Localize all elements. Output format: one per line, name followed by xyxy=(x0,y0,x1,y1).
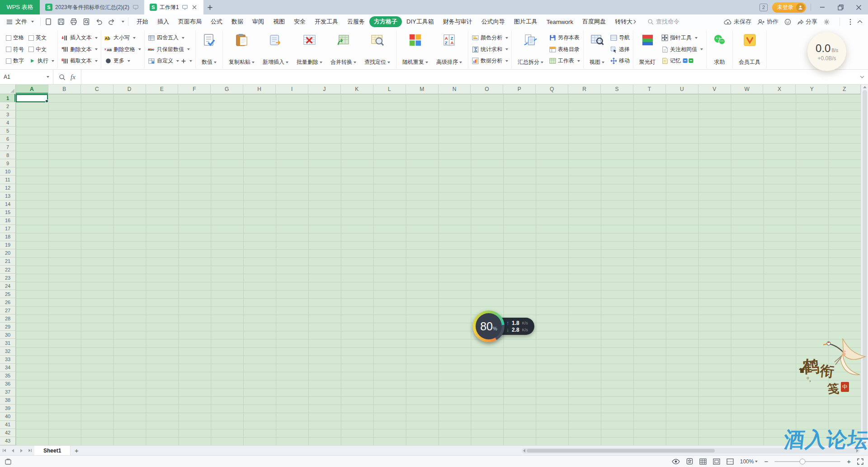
clipboard-tray-icon[interactable] xyxy=(5,458,12,465)
ribbon-button-移动[interactable]: 移动 xyxy=(610,55,630,67)
print-preview-icon[interactable] xyxy=(82,18,90,26)
new-file-icon[interactable] xyxy=(44,18,52,26)
checkbox-icon[interactable] xyxy=(6,47,11,52)
ribbon-button-会员工具[interactable]: 会员工具 xyxy=(736,31,763,67)
checkbox-空格[interactable]: 空格 xyxy=(6,34,24,42)
menu-tab-图片工具[interactable]: 图片工具 xyxy=(509,16,542,27)
page-break-view-icon[interactable] xyxy=(726,458,734,465)
column-header-J[interactable]: J xyxy=(308,85,341,94)
row-header-40[interactable]: 40 xyxy=(0,413,15,421)
checkbox-icon[interactable] xyxy=(6,35,11,41)
zoom-slider[interactable] xyxy=(774,461,840,462)
row-header-12[interactable]: 12 xyxy=(0,184,15,192)
column-header-T[interactable]: T xyxy=(633,85,666,94)
feedback-smiley-icon[interactable] xyxy=(784,19,791,25)
column-header-U[interactable]: U xyxy=(666,85,698,94)
row-header-36[interactable]: 36 xyxy=(0,380,15,388)
menu-tab-数据[interactable]: 数据 xyxy=(227,16,248,27)
column-header-D[interactable]: D xyxy=(113,85,146,94)
menu-tab-审阅[interactable]: 审阅 xyxy=(248,16,269,27)
row-header-34[interactable]: 34 xyxy=(0,364,15,372)
document-tab[interactable]: S工作簿1 xyxy=(144,0,203,14)
menu-tab-DIY工具箱[interactable]: DIY工具箱 xyxy=(402,16,439,27)
ribbon-button-新增插入[interactable]: 新增插入 xyxy=(260,31,291,67)
column-header-C[interactable]: C xyxy=(81,85,113,94)
language-mode-icon[interactable] xyxy=(686,458,693,465)
share-button[interactable]: 分享 xyxy=(797,18,817,26)
select-all-corner[interactable] xyxy=(0,85,16,94)
window-count-badge[interactable]: 2 xyxy=(760,4,768,11)
checkbox-icon[interactable] xyxy=(28,47,34,52)
column-header-K[interactable]: K xyxy=(341,85,373,94)
row-header-23[interactable]: 23 xyxy=(0,274,15,282)
toolbar-more-icon[interactable] xyxy=(122,21,124,23)
menu-tab-开发工具[interactable]: 开发工具 xyxy=(310,16,343,27)
column-header-P[interactable]: P xyxy=(503,85,536,94)
row-header-33[interactable]: 33 xyxy=(0,356,15,364)
menu-tab-转转大[interactable]: 转转大 xyxy=(610,16,641,27)
column-header-G[interactable]: G xyxy=(211,85,243,94)
row-header-31[interactable]: 31 xyxy=(0,339,15,347)
row-header-1[interactable]: 1 xyxy=(0,94,15,102)
new-tab-button[interactable] xyxy=(203,0,217,14)
last-sheet-button[interactable] xyxy=(26,446,34,455)
ribbon-button-大小写[interactable]: Ab大小写 xyxy=(104,32,141,43)
column-header-L[interactable]: L xyxy=(373,85,406,94)
collaborate-button[interactable]: 协作 xyxy=(757,18,778,26)
row-header-21[interactable]: 21 xyxy=(0,257,15,266)
column-header-W[interactable]: W xyxy=(731,85,764,94)
ribbon-button-统计求和[interactable]: 统计求和 xyxy=(472,44,508,55)
command-search[interactable]: 查找命令 xyxy=(647,18,679,26)
next-sheet-button[interactable] xyxy=(17,446,26,455)
menu-tab-方方格子[interactable]: 方方格子 xyxy=(369,16,402,27)
column-header-Y[interactable]: Y xyxy=(796,85,828,94)
row-header-37[interactable]: 37 xyxy=(0,388,15,396)
ribbon-button-自定义[interactable]: 自定义 xyxy=(148,55,192,67)
row-header-7[interactable]: 7 xyxy=(0,143,15,151)
row-header-41[interactable]: 41 xyxy=(0,421,15,429)
column-header-V[interactable]: V xyxy=(698,85,731,94)
menu-tab-安全[interactable]: 安全 xyxy=(289,16,310,27)
ribbon-button-颜色分析[interactable]: 颜色分析 xyxy=(472,32,508,43)
column-header-B[interactable]: B xyxy=(48,85,81,94)
row-header-6[interactable]: 6 xyxy=(0,135,15,143)
ribbon-button-复制粘贴[interactable]: 复制粘贴 xyxy=(226,31,257,67)
ribbon-button-数值[interactable]: 数值 xyxy=(199,31,219,67)
checkbox-icon[interactable] xyxy=(6,58,11,64)
column-header-M[interactable]: M xyxy=(406,85,439,94)
ribbon-button-聚光灯[interactable]: 聚光灯 xyxy=(637,31,658,67)
row-header-11[interactable]: 11 xyxy=(0,176,15,184)
ribbon-button-截取文本[interactable]: 截取文本 xyxy=(61,55,98,67)
ribbon-button-只保留数值[interactable]: Abc只保留数值 xyxy=(148,44,192,55)
document-tab[interactable]: S2023年备件招标单位汇总(2)(2) xyxy=(40,0,144,14)
fx-icon[interactable]: fx xyxy=(71,73,75,81)
ribbon-button-汇总拆分[interactable]: 汇总拆分 xyxy=(515,31,546,67)
formula-input[interactable] xyxy=(81,70,856,84)
ribbon-button-另存本表[interactable]: 另存本表 xyxy=(549,32,580,43)
ribbon-button-删除文本[interactable]: 删除文本 xyxy=(61,44,98,55)
menu-tab-视图[interactable]: 视图 xyxy=(269,16,289,27)
menu-tab-开始[interactable]: 开始 xyxy=(132,16,153,27)
checkbox-中文[interactable]: 中文 xyxy=(28,46,47,53)
app-logo[interactable]: WPS 表格 xyxy=(0,0,40,14)
prev-sheet-button[interactable] xyxy=(9,446,17,455)
first-sheet-button[interactable] xyxy=(0,446,9,455)
ribbon-button-插入文本[interactable]: 插入文本 xyxy=(61,32,98,43)
formula-bar-expand-icon[interactable] xyxy=(856,70,868,84)
menu-tab-百度网盘[interactable]: 百度网盘 xyxy=(578,16,610,27)
undo-icon[interactable] xyxy=(95,18,103,26)
save-icon[interactable] xyxy=(57,18,65,26)
row-header-38[interactable]: 38 xyxy=(0,396,15,405)
ribbon-button-更多[interactable]: 更多 xyxy=(104,55,141,67)
row-header-10[interactable]: 10 xyxy=(0,167,15,176)
eye-protect-icon[interactable] xyxy=(672,459,680,464)
row-header-5[interactable]: 5 xyxy=(0,127,15,135)
menu-tab-云服务[interactable]: 云服务 xyxy=(343,16,369,27)
column-header-N[interactable]: N xyxy=(439,85,471,94)
row-header-15[interactable]: 15 xyxy=(0,209,15,217)
row-header-22[interactable]: 22 xyxy=(0,266,15,274)
ribbon-button-表格目录[interactable]: 表格目录 xyxy=(549,44,580,55)
column-header-H[interactable]: H xyxy=(243,85,276,94)
scroll-left-icon[interactable] xyxy=(523,449,525,453)
column-header-X[interactable]: X xyxy=(763,85,796,94)
